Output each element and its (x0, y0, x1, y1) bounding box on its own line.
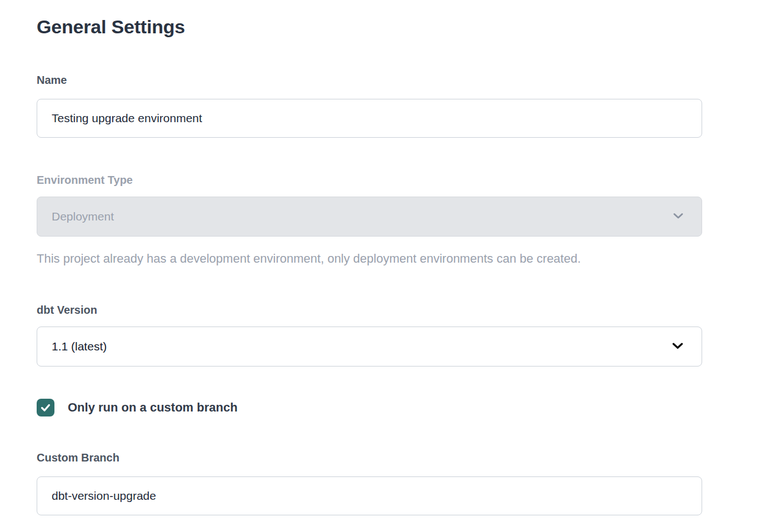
chevron-down-icon (670, 338, 685, 355)
custom-branch-checkbox-row: Only run on a custom branch (37, 399, 702, 416)
name-input[interactable] (37, 99, 702, 138)
environment-type-value: Deployment (52, 210, 114, 223)
custom-branch-input[interactable] (37, 476, 702, 515)
environment-type-select: Deployment (37, 197, 702, 237)
name-label: Name (37, 73, 702, 87)
environment-type-label: Environment Type (37, 173, 702, 187)
custom-branch-field-group: Custom Branch (37, 451, 702, 515)
custom-branch-checkbox-label: Only run on a custom branch (68, 400, 238, 415)
custom-branch-label: Custom Branch (37, 451, 702, 464)
environment-type-helper-text: This project already has a development e… (37, 251, 702, 267)
general-settings-page: General Settings Name Environment Type D… (0, 0, 781, 515)
dbt-version-value: 1.1 (latest) (52, 340, 107, 353)
chevron-down-icon (672, 209, 685, 225)
dbt-version-field-group: dbt Version 1.1 (latest) (37, 303, 702, 367)
dbt-version-label: dbt Version (37, 303, 702, 317)
name-field-group: Name (37, 73, 702, 138)
custom-branch-checkbox[interactable] (37, 399, 54, 416)
dbt-version-select[interactable]: 1.1 (latest) (37, 327, 702, 367)
page-title: General Settings (37, 16, 702, 38)
check-icon (39, 401, 52, 414)
environment-type-field-group: Environment Type Deployment This project… (37, 173, 702, 267)
